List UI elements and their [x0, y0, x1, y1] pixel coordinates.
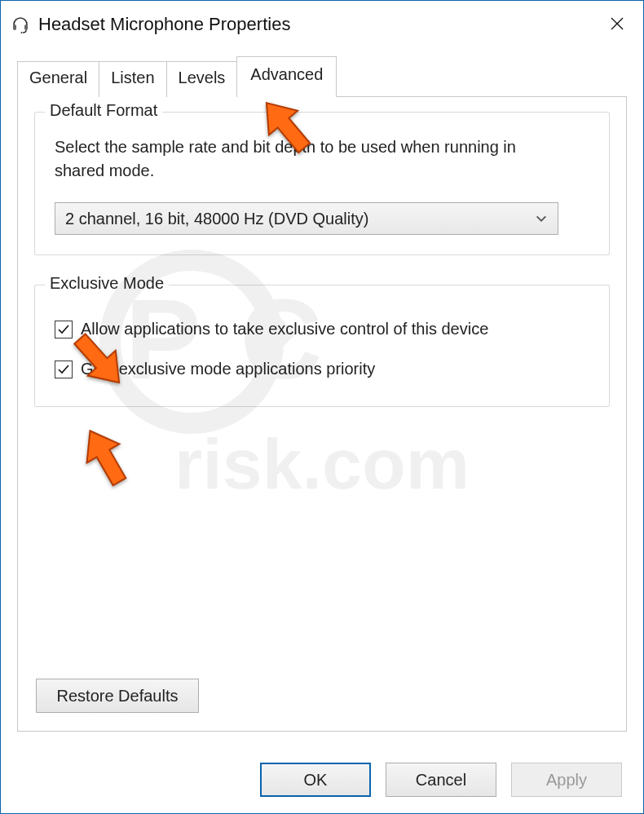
sample-rate-selected-text: 2 channel, 16 bit, 48000 Hz (DVD Quality…	[65, 210, 535, 228]
title-bar: Headset Microphone Properties	[1, 1, 643, 48]
apply-button: Apply	[511, 763, 622, 797]
ok-button[interactable]: OK	[260, 763, 371, 797]
window-title: Headset Microphone Properties	[38, 14, 290, 35]
tab-levels[interactable]: Levels	[166, 61, 238, 97]
checkbox-exclusive-control[interactable]	[55, 321, 73, 338]
sample-rate-select[interactable]: 2 channel, 16 bit, 48000 Hz (DVD Quality…	[55, 202, 558, 235]
default-format-description: Select the sample rate and bit depth to …	[55, 135, 527, 183]
svg-rect-0	[13, 24, 16, 30]
cancel-button[interactable]: Cancel	[386, 763, 496, 797]
tab-strip: General Listen Levels Advanced	[17, 60, 627, 97]
dialog-window: Headset Microphone Properties General Li…	[0, 0, 644, 814]
checkbox-exclusive-priority[interactable]	[55, 361, 73, 378]
dialog-button-bar: OK Cancel Apply	[260, 763, 622, 797]
tab-panel-advanced: Default Format Select the sample rate an…	[17, 97, 627, 732]
svg-rect-1	[24, 24, 28, 30]
close-icon	[610, 16, 624, 31]
group-default-format: Default Format Select the sample rate an…	[34, 112, 610, 255]
checkmark-icon	[57, 363, 70, 376]
row-exclusive-control: Allow applications to take exclusive con…	[55, 320, 589, 338]
group-legend-default-format: Default Format	[45, 101, 162, 120]
restore-defaults-button[interactable]: Restore Defaults	[36, 679, 199, 713]
label-exclusive-control: Allow applications to take exclusive con…	[81, 320, 488, 338]
chevron-down-icon	[535, 212, 548, 225]
tab-listen[interactable]: Listen	[99, 61, 166, 97]
row-exclusive-priority: Give exclusive mode applications priorit…	[55, 360, 589, 378]
tab-general[interactable]: General	[17, 61, 99, 97]
group-exclusive-mode: Exclusive Mode Allow applications to tak…	[34, 285, 610, 407]
svg-point-2	[21, 32, 23, 33]
label-exclusive-priority: Give exclusive mode applications priorit…	[81, 360, 375, 378]
headset-icon	[11, 15, 30, 34]
checkmark-icon	[57, 323, 70, 336]
tab-advanced[interactable]: Advanced	[236, 56, 337, 97]
group-legend-exclusive-mode: Exclusive Mode	[45, 274, 169, 293]
close-button[interactable]	[591, 1, 643, 46]
